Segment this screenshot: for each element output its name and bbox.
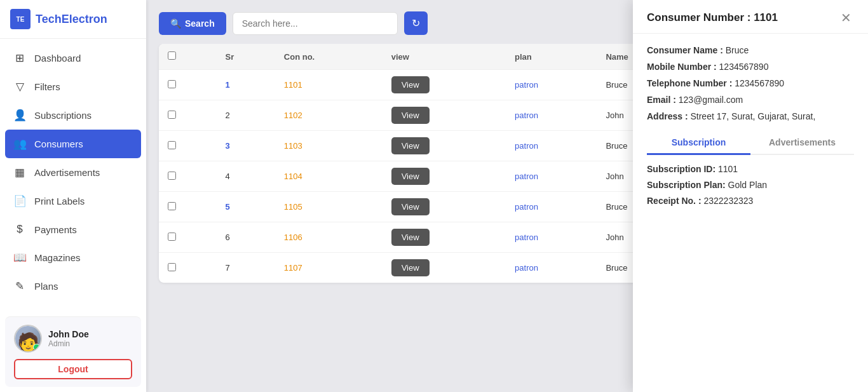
advertisements-icon: ▦: [13, 166, 27, 179]
logout-button[interactable]: Logout: [14, 359, 132, 379]
row-checkbox[interactable]: [168, 233, 176, 241]
online-badge: [33, 344, 40, 351]
row-con-no: 1107: [275, 253, 383, 283]
subscription-plan-label: Subscription Plan:: [647, 180, 726, 190]
row-sr: 3: [217, 131, 275, 161]
email-label: Email :: [647, 95, 676, 105]
panel-body: Consumer Name : Bruce Mobile Number : 12…: [633, 34, 868, 392]
row-plan: patron: [506, 192, 597, 222]
payments-icon: $: [13, 223, 27, 236]
receipt-line: Receipt No. : 2322232323: [647, 196, 854, 206]
consumer-name-line: Consumer Name : Bruce: [647, 45, 854, 55]
search-button-label: Search: [185, 18, 215, 29]
telephone-line: Telephone Number : 1234567890: [647, 78, 854, 88]
sidebar: TE TechElectron ⊞ Dashboard ▽ Filters 👤 …: [0, 0, 146, 392]
tab-advertisements[interactable]: Advertisements: [750, 132, 854, 155]
consumers-icon: 👥: [13, 137, 27, 151]
row-con-no: 1106: [275, 222, 383, 253]
view-button[interactable]: View: [391, 137, 430, 154]
row-sr: 6: [217, 222, 275, 253]
sidebar-item-filters-label: Filters: [34, 81, 60, 92]
sidebar-item-advertisements-label: Advertisements: [34, 167, 100, 178]
panel-title: Consumer Number : 1101: [647, 11, 778, 24]
address-line: Address : Street 17, Surat, Gujarat, Sur…: [647, 111, 854, 121]
sidebar-item-magazines[interactable]: 📖 Magazines: [0, 243, 146, 272]
view-button[interactable]: View: [391, 198, 430, 215]
row-checkbox-cell: [159, 222, 217, 253]
subscription-plan-value: Gold Plan: [728, 180, 767, 190]
tab-subscription[interactable]: Subscription: [647, 132, 750, 155]
user-role: Admin: [48, 339, 89, 348]
view-button[interactable]: View: [391, 107, 430, 124]
sidebar-item-payments[interactable]: $ Payments: [0, 215, 146, 243]
sidebar-item-magazines-label: Magazines: [34, 252, 81, 263]
user-section: 🧑 John Doe Admin Logout: [5, 316, 141, 387]
row-sr: 5: [217, 192, 275, 222]
row-checkbox[interactable]: [168, 263, 176, 271]
refresh-icon: ↻: [412, 18, 420, 29]
row-con-no: 1103: [275, 131, 383, 161]
email-line: Email : 123@gmail.com: [647, 95, 854, 105]
telephone-value: 1234567890: [735, 78, 784, 88]
row-checkbox[interactable]: [168, 172, 176, 180]
sidebar-item-consumers[interactable]: 👥 Consumers: [5, 130, 141, 158]
sidebar-logo: TE TechElectron: [0, 0, 146, 39]
main-content: 🔍 Search ↻ ⬇ Download ✏ Edit 👁 Sr Con no…: [146, 0, 868, 392]
row-checkbox-cell: [159, 131, 217, 161]
sidebar-item-subscriptions[interactable]: 👤 Subscriptions: [0, 101, 146, 130]
sidebar-item-subscriptions-label: Subscriptions: [34, 110, 92, 121]
row-view-cell: View: [383, 192, 506, 222]
print-labels-icon: 📄: [13, 194, 27, 208]
search-button[interactable]: 🔍 Search: [159, 12, 226, 35]
row-checkbox[interactable]: [168, 141, 176, 149]
sidebar-item-plans-label: Plans: [34, 281, 58, 292]
nav-menu: ⊞ Dashboard ▽ Filters 👤 Subscriptions 👥 …: [0, 39, 146, 311]
sidebar-item-print-labels-label: Print Labels: [34, 196, 85, 206]
subscriptions-icon: 👤: [13, 109, 27, 122]
refresh-button[interactable]: ↻: [404, 11, 428, 35]
sidebar-item-dashboard-label: Dashboard: [34, 53, 81, 64]
row-sr: 4: [217, 161, 275, 192]
col-view: view: [383, 44, 506, 70]
sidebar-item-advertisements[interactable]: ▦ Advertisements: [0, 158, 146, 187]
receipt-value: 2322232323: [703, 196, 753, 206]
view-button[interactable]: View: [391, 259, 430, 276]
sidebar-item-print-labels[interactable]: 📄 Print Labels: [0, 187, 146, 215]
row-sr: 1: [217, 70, 275, 100]
row-plan: patron: [506, 70, 597, 100]
row-checkbox-cell: [159, 70, 217, 100]
subscription-id-label: Subscription ID:: [647, 164, 715, 174]
view-button[interactable]: View: [391, 168, 430, 185]
telephone-label: Telephone Number :: [647, 78, 732, 88]
row-checkbox[interactable]: [168, 202, 176, 210]
user-name: John Doe: [48, 329, 89, 339]
row-view-cell: View: [383, 161, 506, 192]
row-sr: 2: [217, 100, 275, 131]
view-button[interactable]: View: [391, 229, 430, 246]
select-all-checkbox[interactable]: [168, 51, 176, 60]
subscription-id-line: Subscription ID: 1101: [647, 164, 854, 174]
avatar: 🧑: [14, 325, 42, 353]
row-checkbox[interactable]: [168, 80, 176, 88]
row-plan: patron: [506, 253, 597, 283]
row-view-cell: View: [383, 100, 506, 131]
app-logo-icon: TE: [10, 9, 31, 29]
address-label: Address :: [647, 111, 688, 121]
close-panel-button[interactable]: ✕: [838, 11, 854, 24]
sidebar-item-filters[interactable]: ▽ Filters: [0, 72, 146, 101]
row-checkbox[interactable]: [168, 111, 176, 119]
sidebar-item-dashboard[interactable]: ⊞ Dashboard: [0, 44, 146, 72]
row-checkbox-cell: [159, 192, 217, 222]
panel-tabs: Subscription Advertisements: [647, 132, 854, 155]
view-button[interactable]: View: [391, 76, 430, 93]
sidebar-item-payments-label: Payments: [34, 224, 77, 235]
row-checkbox-cell: [159, 253, 217, 283]
mobile-line: Mobile Number : 1234567890: [647, 62, 854, 72]
row-sr: 7: [217, 253, 275, 283]
mobile-value: 1234567890: [719, 62, 769, 72]
magazines-icon: 📖: [13, 251, 27, 264]
search-input[interactable]: [233, 12, 398, 35]
sidebar-item-plans[interactable]: ✎ Plans: [0, 272, 146, 301]
col-plan: plan: [506, 44, 597, 70]
row-plan: patron: [506, 100, 597, 131]
